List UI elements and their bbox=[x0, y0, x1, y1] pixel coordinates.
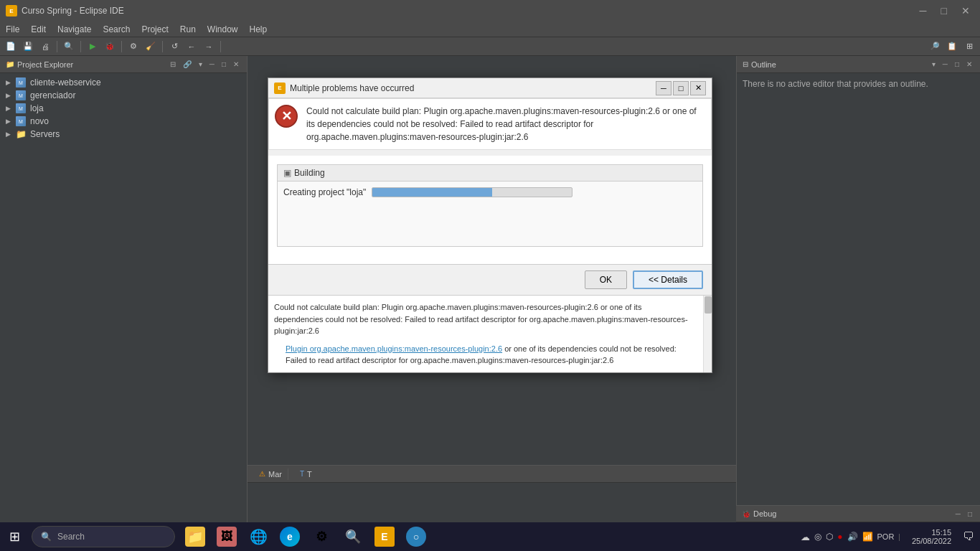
error-detail-line2: Plugin org.apache.maven.plugins:maven-re… bbox=[274, 343, 692, 367]
dialog-close-btn[interactable]: ✕ bbox=[690, 81, 706, 95]
tray-icon3[interactable]: ⬡ bbox=[826, 532, 833, 542]
ok-button[interactable]: OK bbox=[585, 270, 627, 289]
tree-item-novo[interactable]: ▶ M novo bbox=[0, 115, 247, 128]
start-button[interactable]: ⊞ bbox=[0, 522, 29, 551]
window-controls: ─ □ ✕ bbox=[915, 4, 974, 18]
toolbar-search-btn[interactable]: 🔍 bbox=[61, 39, 77, 55]
menu-search[interactable]: Search bbox=[97, 22, 136, 37]
bottom-tab-markers[interactable]: ⚠ Mar bbox=[253, 468, 288, 480]
toolbar-forward-btn[interactable]: → bbox=[201, 39, 217, 55]
debug-minimize-btn[interactable]: ─ bbox=[953, 509, 963, 519]
tree-item-servers[interactable]: ▶ 📁 Servers bbox=[0, 128, 247, 141]
menu-file[interactable]: File bbox=[0, 22, 25, 37]
tree-item-loja[interactable]: ▶ M loja bbox=[0, 102, 247, 115]
taskbar-search-app[interactable]: 🔍 bbox=[339, 522, 367, 551]
link-with-editor-btn[interactable]: 🔗 bbox=[181, 60, 194, 69]
outline-menu-btn[interactable]: ▾ bbox=[930, 60, 938, 69]
panel-minimize-btn[interactable]: ─ bbox=[207, 60, 217, 69]
minimize-button[interactable]: ─ bbox=[915, 4, 931, 18]
scrollbar-thumb bbox=[705, 296, 712, 314]
toolbar-perspective-btn[interactable]: ⊞ bbox=[961, 39, 977, 55]
dialog-window-controls: ─ □ ✕ bbox=[656, 81, 706, 95]
notification-icon[interactable]: 🗨 bbox=[957, 530, 980, 543]
building-section: ▣ Building Creating project "loja" bbox=[277, 164, 703, 247]
error-message: Could not calculate build plan: Plugin o… bbox=[306, 105, 705, 143]
taskbar-clock[interactable]: 15:15 25/08/2022 bbox=[906, 528, 957, 545]
outline-maximize-btn[interactable]: □ bbox=[953, 60, 961, 69]
toolbar-clean-btn[interactable]: 🧹 bbox=[143, 39, 159, 55]
tray-icon2[interactable]: ◎ bbox=[814, 532, 821, 542]
panel-menu-btn[interactable]: ▾ bbox=[197, 60, 204, 69]
toolbar-refresh-btn[interactable]: ↺ bbox=[166, 39, 182, 55]
panel-maximize-btn[interactable]: □ bbox=[220, 60, 228, 69]
menu-project[interactable]: Project bbox=[136, 22, 174, 37]
menu-window[interactable]: Window bbox=[202, 22, 244, 37]
bottom-tab-tasks[interactable]: T T bbox=[294, 468, 318, 480]
toolbar-new-btn[interactable]: 📄 bbox=[3, 39, 19, 55]
tree-item-gerenciador[interactable]: ▶ M gerenciador bbox=[0, 89, 247, 102]
tree-arrow-cliente: ▶ bbox=[6, 79, 14, 86]
tray-keyboard[interactable]: POR bbox=[877, 532, 895, 541]
taskbar-file-explorer[interactable]: 📁 bbox=[181, 522, 209, 551]
tray-icon6[interactable]: 📶 bbox=[862, 532, 873, 542]
pkg-icon-novo: M bbox=[16, 116, 26, 126]
windows-logo: ⊞ bbox=[9, 529, 20, 545]
close-button[interactable]: ✕ bbox=[957, 4, 974, 18]
taskbar-eclipse[interactable]: E bbox=[370, 522, 399, 551]
outline-minimize-btn[interactable]: ─ bbox=[941, 60, 950, 69]
panel-close-btn[interactable]: ✕ bbox=[231, 60, 241, 69]
menu-edit[interactable]: Edit bbox=[25, 22, 52, 37]
folder-icon-servers: 📁 bbox=[16, 129, 27, 139]
toolbar-save-btn[interactable]: 💾 bbox=[20, 39, 36, 55]
taskbar-apps: 📁 🖼 🌐 e ⚙ 🔍 E ○ bbox=[178, 522, 489, 551]
progress-row: Creating project "loja" bbox=[283, 187, 697, 197]
multiple-problems-dialog[interactable]: E Multiple problems have occurred ─ □ ✕ … bbox=[268, 77, 712, 373]
taskbar-edge[interactable]: e bbox=[275, 522, 304, 551]
outline-close-btn[interactable]: ✕ bbox=[964, 60, 974, 69]
tree-arrow-gerenciador: ▶ bbox=[6, 92, 14, 99]
toolbar-sep1 bbox=[57, 41, 57, 52]
error-detail-plugin-link[interactable]: Plugin org.apache.maven.plugins:maven-re… bbox=[286, 344, 502, 353]
tree-icon-servers: 📁 bbox=[14, 129, 27, 139]
pkg-icon-loja: M bbox=[16, 103, 26, 113]
details-button[interactable]: << Details bbox=[633, 270, 703, 289]
taskbar-photos[interactable]: 🖼 bbox=[212, 522, 241, 551]
collapse-all-btn[interactable]: ⊟ bbox=[168, 60, 178, 69]
toolbar-search-global-btn[interactable]: 🔎 bbox=[927, 39, 943, 55]
toolbar-view-btn[interactable]: 📋 bbox=[944, 39, 960, 55]
tray-icon5[interactable]: 🔊 bbox=[847, 532, 858, 542]
taskbar-search[interactable]: 🔍 Search bbox=[32, 526, 175, 547]
tray-cloud[interactable]: ☁ bbox=[801, 532, 810, 542]
toolbar-run-btn[interactable]: ▶ bbox=[85, 39, 100, 55]
markers-tab-label: Mar bbox=[268, 470, 282, 479]
dialog-titlebar: E Multiple problems have occurred ─ □ ✕ bbox=[268, 78, 712, 98]
menu-run[interactable]: Run bbox=[174, 22, 202, 37]
maximize-button[interactable]: □ bbox=[937, 4, 951, 18]
toolbar-print-btn[interactable]: 🖨 bbox=[37, 39, 53, 55]
tree-icon-gerenciador: M bbox=[14, 90, 27, 100]
taskbar-settings[interactable]: ⚙ bbox=[307, 522, 336, 551]
scroll-bar[interactable] bbox=[703, 296, 712, 372]
menu-navigate[interactable]: Navigate bbox=[52, 22, 97, 37]
toolbar: 📄 💾 🖨 🔍 ▶ 🐞 ⚙ 🧹 ↺ ← → 🔎 📋 ⊞ bbox=[0, 37, 980, 56]
taskbar-chrome[interactable]: 🌐 bbox=[244, 522, 273, 551]
menu-bar: File Edit Navigate Search Project Run Wi… bbox=[0, 22, 980, 37]
taskbar-browser2[interactable]: ○ bbox=[402, 522, 430, 551]
taskbar: ⊞ 🔍 Search 📁 🖼 🌐 e ⚙ 🔍 E ○ ☁ ◎ bbox=[0, 522, 980, 551]
project-tree: ▶ M cliente-webservice ▶ M gerenciador ▶… bbox=[0, 73, 247, 522]
dialog-maximize-btn[interactable]: □ bbox=[673, 81, 689, 95]
debug-title: Debug bbox=[753, 509, 776, 518]
toolbar-back-btn[interactable]: ← bbox=[184, 39, 199, 55]
tree-item-cliente[interactable]: ▶ M cliente-webservice bbox=[0, 76, 247, 89]
outline-panel: ⊟ Outline ▾ ─ □ ✕ There is no active edi… bbox=[736, 56, 980, 522]
outline-title: Outline bbox=[751, 60, 930, 69]
menu-help[interactable]: Help bbox=[244, 22, 273, 37]
toolbar-debug-run-btn[interactable]: 🐞 bbox=[102, 39, 118, 55]
debug-maximize-btn[interactable]: □ bbox=[966, 509, 974, 519]
dialog-minimize-btn[interactable]: ─ bbox=[656, 81, 672, 95]
pkg-icon-cliente: M bbox=[16, 77, 26, 88]
project-explorer-title: Project Explorer bbox=[17, 60, 168, 69]
app-icon: E bbox=[6, 5, 17, 17]
clock-time: 15:15 bbox=[912, 528, 951, 537]
toolbar-build-btn[interactable]: ⚙ bbox=[126, 39, 141, 55]
